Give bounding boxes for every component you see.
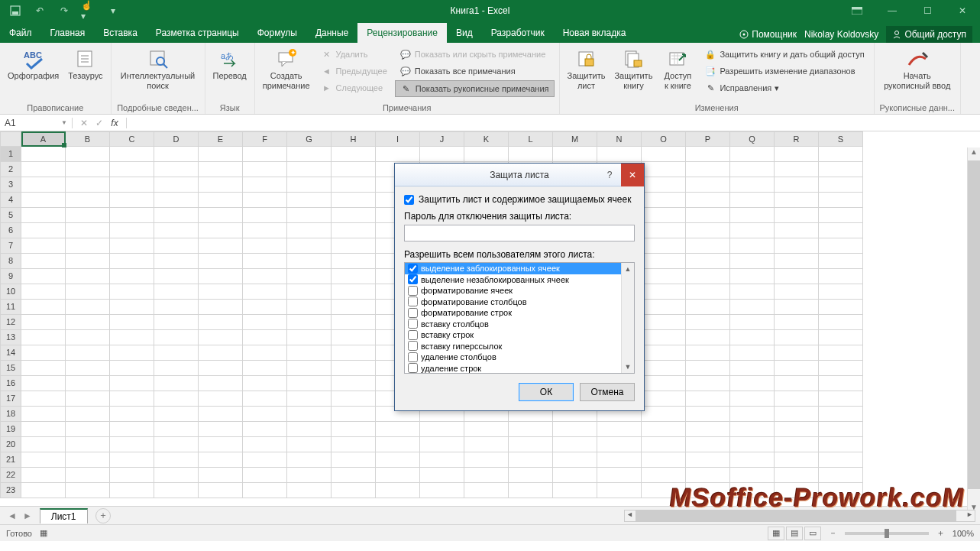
cell[interactable] [775,269,819,284]
tab-file[interactable]: Файл [0,23,41,43]
cell[interactable] [110,437,154,452]
permissions-listbox[interactable]: выделение заблокированных ячееквыделение… [404,262,635,374]
cell[interactable] [21,162,66,177]
cell[interactable] [154,254,199,269]
cell[interactable] [819,162,863,177]
cell[interactable] [21,315,66,330]
cell[interactable] [154,407,199,422]
cell[interactable] [332,269,376,284]
cell[interactable] [420,468,464,483]
cell[interactable] [686,300,730,315]
cell[interactable] [819,223,863,238]
cell[interactable] [775,315,819,330]
cell[interactable] [686,345,730,361]
cell[interactable] [287,422,332,437]
cell[interactable] [66,208,110,223]
cell[interactable] [642,238,686,254]
cell[interactable] [775,376,819,391]
cell[interactable] [819,330,863,345]
cell[interactable] [287,407,332,422]
column-header[interactable]: F [243,131,287,147]
cell[interactable] [332,391,376,407]
tab-home[interactable]: Главная [41,23,95,43]
cell[interactable] [21,452,66,468]
cell[interactable] [21,208,66,223]
cell[interactable] [420,437,464,452]
cell[interactable] [686,437,730,452]
cell[interactable] [686,376,730,391]
cell[interactable] [376,437,420,452]
cell[interactable] [775,407,819,422]
cell[interactable] [154,300,199,315]
cell[interactable] [775,452,819,468]
cell[interactable] [332,147,376,162]
cell[interactable] [686,284,730,300]
cell[interactable] [332,483,376,498]
row-header[interactable]: 19 [0,422,21,437]
cell[interactable] [819,468,863,483]
row-header[interactable]: 12 [0,315,21,330]
cell[interactable] [287,483,332,498]
cell[interactable] [21,422,66,437]
cell[interactable] [110,391,154,407]
cell[interactable] [154,376,199,391]
cell[interactable] [154,345,199,361]
cell[interactable] [154,147,199,162]
cell[interactable] [199,361,243,376]
touch-mode-icon[interactable]: ☝▾ [81,3,96,18]
cell[interactable] [199,223,243,238]
column-header[interactable]: E [199,131,243,147]
qat-customize-icon[interactable]: ▾ [105,3,121,18]
cell[interactable] [642,452,686,468]
cell[interactable] [332,300,376,315]
cell[interactable] [287,193,332,208]
cell[interactable] [642,391,686,407]
cell[interactable] [686,452,730,468]
cell[interactable] [287,391,332,407]
cell[interactable] [686,330,730,345]
share-button[interactable]: Общий доступ [886,26,972,43]
cell[interactable] [243,422,287,437]
cancel-button[interactable]: Отмена [580,383,635,401]
cell[interactable] [686,407,730,422]
cell[interactable] [686,468,730,483]
cell[interactable] [819,407,863,422]
sheet-tab-1[interactable]: Лист1 [40,508,88,523]
cell[interactable] [110,162,154,177]
next-comment-button[interactable]: ►Следующее [316,80,392,96]
view-page-break-icon[interactable]: ▭ [804,527,821,540]
cell[interactable] [332,437,376,452]
cell[interactable] [110,223,154,238]
row-header[interactable]: 5 [0,208,21,223]
tab-view[interactable]: Вид [447,23,482,43]
maximize-icon[interactable]: ☐ [910,0,945,21]
cell[interactable] [420,147,464,162]
cell[interactable] [21,254,66,269]
cell[interactable] [597,422,642,437]
cell[interactable] [110,345,154,361]
cell[interactable] [243,407,287,422]
vertical-scrollbar[interactable]: ▲▼ [967,147,980,516]
cell[interactable] [199,345,243,361]
cell[interactable] [642,223,686,238]
permission-item[interactable]: удаление строк [405,363,621,374]
cell[interactable] [509,452,553,468]
cell[interactable] [775,422,819,437]
cell[interactable] [775,300,819,315]
cell[interactable] [597,468,642,483]
cell[interactable] [287,208,332,223]
row-header[interactable]: 21 [0,452,21,468]
cell[interactable] [686,269,730,284]
cell[interactable] [110,269,154,284]
cell[interactable] [66,269,110,284]
cell[interactable] [66,254,110,269]
cell[interactable] [199,177,243,193]
cell[interactable] [686,177,730,193]
cell[interactable] [66,361,110,376]
cell[interactable] [597,483,642,498]
cell[interactable] [21,345,66,361]
cell[interactable] [243,238,287,254]
cell[interactable] [775,391,819,407]
cell[interactable] [686,147,730,162]
cell[interactable] [110,422,154,437]
